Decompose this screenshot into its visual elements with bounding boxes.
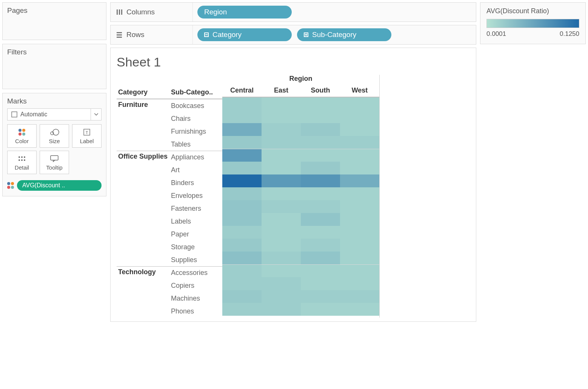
heat-cell[interactable]	[301, 174, 340, 187]
collapse-icon[interactable]	[204, 32, 209, 37]
viz-canvas[interactable]: Sheet 1 CategorySub-Catego..FurnitureBoo…	[110, 48, 476, 322]
heat-cell[interactable]	[301, 213, 340, 226]
heat-cell[interactable]	[340, 303, 379, 316]
heat-cell[interactable]	[340, 277, 379, 290]
color-encoding-pill[interactable]: AVG(Discount ..	[17, 180, 102, 191]
heat-cell[interactable]	[301, 136, 340, 149]
category-label: Furniture	[117, 99, 169, 112]
heat-cell[interactable]	[222, 226, 262, 239]
row-pill-sub-category[interactable]: Sub-Category	[297, 28, 391, 41]
heat-cell[interactable]	[301, 162, 340, 174]
heat-cell[interactable]	[222, 264, 262, 277]
heat-cell[interactable]	[340, 264, 379, 277]
category-label	[117, 241, 169, 253]
marks-tooltip-button[interactable]: Tooltip	[40, 151, 69, 174]
heat-cell[interactable]	[340, 290, 379, 303]
heat-cell[interactable]	[222, 252, 262, 264]
heat-cell[interactable]	[262, 123, 301, 136]
marks-label-button[interactable]: T Label	[72, 124, 102, 148]
heat-cell[interactable]	[222, 174, 262, 187]
heat-cell[interactable]	[340, 97, 379, 110]
heat-cell[interactable]	[262, 97, 301, 110]
subcategory-label: Chairs	[169, 112, 222, 125]
heat-cell[interactable]	[340, 174, 379, 187]
heat-cell[interactable]	[262, 290, 301, 303]
marks-size-button[interactable]: Size	[40, 124, 69, 148]
heat-cell[interactable]	[340, 123, 379, 136]
subcategory-label: Phones	[169, 305, 222, 318]
heat-cell[interactable]	[262, 136, 301, 149]
heat-cell[interactable]	[222, 162, 262, 174]
svg-point-7	[24, 156, 25, 158]
columns-shelf[interactable]: Columns Region	[110, 2, 476, 22]
heat-cell[interactable]	[262, 303, 301, 316]
color-dots-icon	[7, 182, 14, 189]
legend-max: 0.1250	[560, 30, 579, 38]
category-label	[117, 202, 169, 215]
heat-cell[interactable]	[301, 303, 340, 316]
heat-cell[interactable]	[301, 110, 340, 123]
heat-cell[interactable]	[262, 110, 301, 123]
heat-cell[interactable]	[340, 200, 379, 213]
heat-cell[interactable]	[301, 149, 340, 162]
heat-cell[interactable]	[301, 123, 340, 136]
rows-shelf[interactable]: Rows CategorySub-Category	[110, 25, 476, 45]
heat-cell[interactable]	[222, 136, 262, 149]
heat-cell[interactable]	[301, 239, 340, 252]
row-pill-category[interactable]: Category	[197, 28, 292, 41]
heat-cell[interactable]	[340, 252, 379, 264]
subcategory-label: Fasteners	[169, 202, 222, 215]
heat-cell[interactable]	[262, 174, 301, 187]
heat-cell[interactable]	[222, 110, 262, 123]
heat-cell[interactable]	[262, 200, 301, 213]
heat-cell[interactable]	[301, 252, 340, 264]
heat-cell[interactable]	[340, 239, 379, 252]
heat-cell[interactable]	[301, 226, 340, 239]
subcategory-label: Furnishings	[169, 125, 222, 138]
category-label	[117, 228, 169, 241]
heat-cell[interactable]	[262, 277, 301, 290]
subcategory-label: Envelopes	[169, 189, 222, 202]
heat-cell[interactable]	[262, 149, 301, 162]
heat-cell[interactable]	[222, 290, 262, 303]
svg-rect-12	[117, 9, 118, 15]
expand-icon[interactable]	[304, 32, 308, 37]
heat-cell[interactable]	[301, 264, 340, 277]
heat-cell[interactable]	[222, 187, 262, 200]
filters-shelf[interactable]: Filters	[2, 44, 106, 89]
heat-cell[interactable]	[262, 226, 301, 239]
heat-cell[interactable]	[340, 110, 379, 123]
heat-cell[interactable]	[222, 149, 262, 162]
heat-cell[interactable]	[222, 123, 262, 136]
heat-cell[interactable]	[222, 239, 262, 252]
heat-cell[interactable]	[262, 239, 301, 252]
heat-cell[interactable]	[340, 136, 379, 149]
heat-cell[interactable]	[222, 277, 262, 290]
heat-cell[interactable]	[301, 187, 340, 200]
heat-cell[interactable]	[340, 187, 379, 200]
category-label	[117, 215, 169, 228]
heat-cell[interactable]	[340, 226, 379, 239]
heat-cell[interactable]	[340, 213, 379, 226]
marks-color-button[interactable]: Color	[7, 124, 37, 148]
heat-cell[interactable]	[301, 97, 340, 110]
pages-shelf[interactable]: Pages	[2, 2, 106, 40]
heat-cell[interactable]	[222, 97, 262, 110]
heat-cell[interactable]	[262, 264, 301, 277]
mark-type-dropdown[interactable]: Automatic	[7, 108, 102, 120]
heat-cell[interactable]	[262, 162, 301, 174]
marks-detail-button[interactable]: Detail	[7, 151, 37, 174]
heat-cell[interactable]	[301, 290, 340, 303]
heat-cell[interactable]	[222, 303, 262, 316]
column-pill-region[interactable]: Region	[197, 6, 292, 19]
heat-cell[interactable]	[340, 149, 379, 162]
heat-cell[interactable]	[262, 213, 301, 226]
heat-cell[interactable]	[301, 277, 340, 290]
heat-cell[interactable]	[222, 200, 262, 213]
heat-cell[interactable]	[301, 200, 340, 213]
heat-cell[interactable]	[262, 187, 301, 200]
heat-cell[interactable]	[222, 213, 262, 226]
color-legend[interactable]: AVG(Discount Ratio) 0.0001 0.1250	[480, 2, 586, 44]
heat-cell[interactable]	[340, 162, 379, 174]
heat-cell[interactable]	[262, 252, 301, 264]
